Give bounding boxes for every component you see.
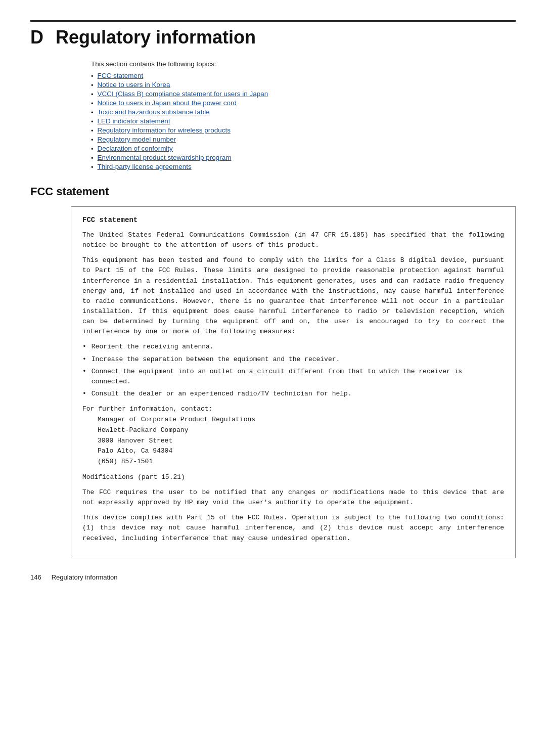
footer-page-number: 146 xyxy=(30,573,41,581)
toc-link-wireless[interactable]: Regulatory information for wireless prod… xyxy=(98,126,231,134)
chapter-heading: DRegulatory information xyxy=(30,27,516,48)
fcc-box: FCC statement The United States Federal … xyxy=(71,206,516,558)
toc-item: Notice to users in Korea xyxy=(91,81,516,89)
fcc-box-title: FCC statement xyxy=(82,216,504,224)
chapter-letter: D xyxy=(30,27,43,48)
toc-link-model[interactable]: Regulatory model number xyxy=(98,136,176,143)
fcc-bullets: Reorient the receiving antenna. Increase… xyxy=(82,342,504,399)
fcc-bullet-4: Consult the dealer or an experienced rad… xyxy=(82,389,504,399)
toc-item: FCC statement xyxy=(91,72,516,80)
toc-link-fcc[interactable]: FCC statement xyxy=(98,72,144,79)
toc-item: Third-party license agreements xyxy=(91,163,516,171)
fcc-final-para: This device complies with Part 15 of the… xyxy=(82,513,504,543)
chapter-title: Regulatory information xyxy=(56,27,256,48)
toc-link-korea[interactable]: Notice to users in Korea xyxy=(98,81,170,88)
toc-list: FCC statement Notice to users in Korea V… xyxy=(91,72,516,171)
toc-link-conformity[interactable]: Declaration of conformity xyxy=(98,145,173,152)
toc-link-led[interactable]: LED indicator statement xyxy=(98,117,170,125)
fcc-contact-line3: 3000 Hanover Street xyxy=(98,437,172,444)
intro-text: This section contains the following topi… xyxy=(91,60,516,68)
fcc-contact-line1: Manager of Corporate Product Regulations xyxy=(98,416,255,423)
toc-item: Regulatory model number xyxy=(91,136,516,144)
toc-item: Declaration of conformity xyxy=(91,145,516,153)
footer-label: Regulatory information xyxy=(52,573,118,581)
toc-link-japan-power[interactable]: Notice to users in Japan about the power… xyxy=(98,99,237,107)
toc-link-vcci[interactable]: VCCI (Class B) compliance statement for … xyxy=(98,90,268,98)
fcc-contact-intro: For further information, contact: xyxy=(82,405,212,413)
fcc-section-heading: FCC statement xyxy=(30,185,516,198)
fcc-contact: For further information, contact: Manage… xyxy=(82,404,504,467)
fcc-bullet-1: Reorient the receiving antenna. xyxy=(82,342,504,352)
fcc-para1: The United States Federal Communications… xyxy=(82,230,504,250)
fcc-bullet-3: Connect the equipment into an outlet on … xyxy=(82,367,504,387)
fcc-mods-para: The FCC requires the user to be notified… xyxy=(82,487,504,508)
toc-item: LED indicator statement xyxy=(91,117,516,125)
toc-item: Notice to users in Japan about the power… xyxy=(91,99,516,107)
fcc-contact-line5: (650) 857-1501 xyxy=(98,458,153,465)
fcc-contact-line2: Hewlett-Packard Company xyxy=(98,426,188,434)
toc-link-env[interactable]: Environmental product stewardship progra… xyxy=(98,154,232,161)
toc-item: Environmental product stewardship progra… xyxy=(91,154,516,162)
fcc-bullet-2: Increase the separation between the equi… xyxy=(82,354,504,365)
fcc-para2: This equipment has been tested and found… xyxy=(82,255,504,337)
footer: 146 Regulatory information xyxy=(30,573,516,581)
toc-item: Regulatory information for wireless prod… xyxy=(91,126,516,135)
toc-link-toxic[interactable]: Toxic and hazardous substance table xyxy=(98,108,210,116)
toc-item: Toxic and hazardous substance table xyxy=(91,108,516,116)
fcc-contact-line4: Palo Alto, Ca 94304 xyxy=(98,447,172,455)
toc-item: VCCI (Class B) compliance statement for … xyxy=(91,90,516,98)
toc-link-third-party[interactable]: Third-party license agreements xyxy=(98,163,192,170)
top-rule xyxy=(30,20,516,22)
fcc-mods-heading: Modifications (part 15.21) xyxy=(82,472,504,482)
